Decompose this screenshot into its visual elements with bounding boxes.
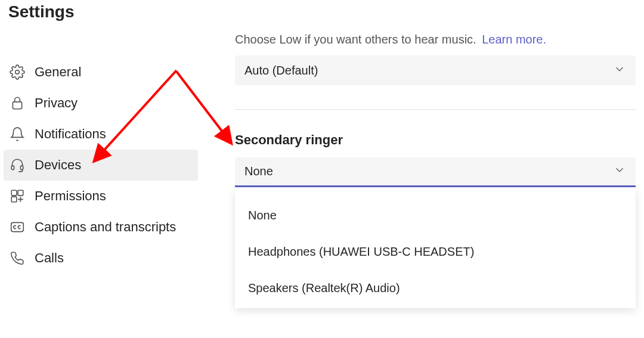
svg-rect-7 (11, 222, 24, 231)
svg-rect-3 (20, 166, 23, 170)
captions-icon (8, 218, 26, 236)
settings-sidebar: General Privacy Notifications (4, 57, 198, 274)
sidebar-item-label: Permissions (35, 188, 106, 204)
sidebar-item-privacy[interactable]: Privacy (4, 88, 198, 119)
noise-suppression-dropdown[interactable]: Auto (Default) (235, 55, 636, 85)
phone-icon (8, 249, 26, 267)
sidebar-item-label: General (35, 64, 81, 80)
dropdown-value: None (244, 165, 273, 178)
sidebar-item-label: Captions and transcripts (35, 219, 176, 235)
noise-suppression-hint: Choose Low if you want others to hear mu… (235, 33, 638, 46)
settings-main: Choose Low if you want others to hear mu… (235, 33, 638, 308)
apps-icon (8, 187, 26, 205)
lock-icon (8, 94, 26, 112)
sidebar-item-calls[interactable]: Calls (4, 243, 198, 274)
dropdown-value: Auto (Default) (244, 64, 318, 77)
sidebar-item-label: Devices (35, 157, 81, 173)
sidebar-item-label: Notifications (35, 126, 106, 142)
chevron-down-icon (613, 63, 626, 79)
secondary-ringer-dropdown[interactable]: None (235, 157, 636, 187)
svg-rect-1 (13, 102, 21, 109)
svg-rect-5 (18, 190, 23, 196)
ringer-option-speakers[interactable]: Speakers (Realtek(R) Audio) (235, 272, 636, 308)
section-divider (235, 109, 636, 110)
chevron-down-icon (613, 163, 626, 179)
sidebar-item-general[interactable]: General (4, 57, 198, 88)
svg-point-0 (16, 70, 20, 75)
gear-icon (8, 63, 26, 81)
headset-icon (8, 156, 26, 174)
learn-more-link[interactable]: Learn more. (482, 33, 546, 46)
svg-rect-2 (11, 166, 14, 170)
sidebar-item-devices[interactable]: Devices (4, 150, 198, 181)
sidebar-item-captions[interactable]: Captions and transcripts (4, 212, 198, 243)
sidebar-item-label: Privacy (35, 95, 78, 111)
svg-rect-4 (11, 190, 17, 196)
svg-rect-6 (11, 197, 17, 202)
bell-icon (8, 125, 26, 143)
hint-text: Choose Low if you want others to hear mu… (235, 33, 476, 46)
sidebar-item-label: Calls (35, 250, 64, 266)
secondary-ringer-options: None Headphones (HUAWEI USB-C HEADSET) S… (235, 188, 636, 308)
ringer-option-headphones[interactable]: Headphones (HUAWEI USB-C HEADSET) (235, 235, 636, 272)
sidebar-item-permissions[interactable]: Permissions (4, 181, 198, 212)
sidebar-item-notifications[interactable]: Notifications (4, 119, 198, 150)
ringer-option-none[interactable]: None (235, 199, 636, 235)
page-title: Settings (8, 2, 74, 21)
secondary-ringer-title: Secondary ringer (235, 132, 638, 148)
